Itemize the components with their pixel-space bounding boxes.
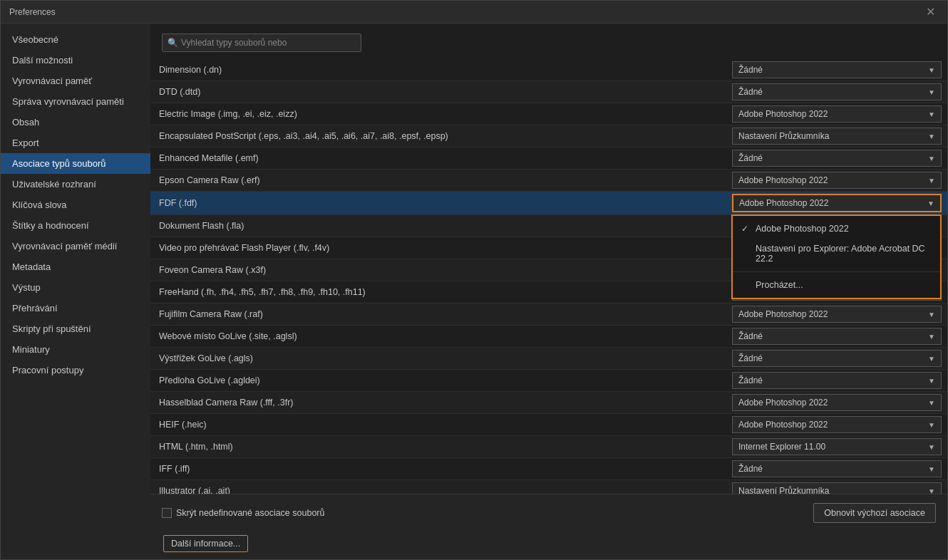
close-button[interactable]: ✕ [922, 4, 939, 21]
sidebar-item-klicova-slova[interactable]: Klíčová slova [1, 195, 150, 215]
file-type-name: Dimension (.dn) [150, 61, 726, 78]
file-type-value: Žádné▼ [726, 348, 947, 369]
sidebar-item-vyrovnavaci-pamet-medii[interactable]: Vyrovnávací paměť médií [1, 236, 150, 256]
app-dropdown-menu: ✓Adobe Photoshop 2022Nastavení pro Explo… [731, 214, 942, 299]
app-select-dropdown[interactable]: Žádné▼ [732, 83, 942, 100]
footer-left: Skrýt nedefinované asociace souborů [162, 508, 324, 518]
dropdown-option[interactable]: Nastavení pro Explorer: Adobe Acrobat DC… [733, 239, 940, 269]
app-select-value: Adobe Photoshop 2022 [738, 175, 828, 185]
check-icon: ✓ [741, 224, 753, 234]
file-type-name: Enhanced Metafile (.emf) [150, 150, 726, 167]
app-select-dropdown[interactable]: Adobe Photoshop 2022▼ [732, 394, 942, 411]
table-row[interactable]: HTML (.htm, .html)Internet Explorer 11.0… [150, 436, 947, 458]
app-select-dropdown[interactable]: Žádné▼ [732, 150, 942, 167]
table-row[interactable]: Enhanced Metafile (.emf)Žádné▼ [150, 147, 947, 170]
file-type-value: Adobe Photoshop 2022▼✓Adobe Photoshop 20… [726, 192, 947, 214]
sidebar-item-uzivatelske-rozhrani[interactable]: Uživatelské rozhraní [1, 174, 150, 195]
table-row[interactable]: Hasselblad Camera Raw (.fff, .3fr)Adobe … [150, 392, 947, 414]
app-select-value: Internet Explorer 11.00 [738, 442, 825, 452]
reset-associations-button[interactable]: Obnovit výchozí asociace [813, 503, 936, 523]
file-type-value: Adobe Photoshop 2022▼ [726, 103, 947, 125]
app-select-dropdown[interactable]: Adobe Photoshop 2022▼ [732, 306, 942, 323]
search-input[interactable] [162, 33, 361, 52]
file-type-name: Encapsulated PostScript (.eps, .ai3, .ai… [150, 128, 726, 145]
chevron-down-icon: ▼ [928, 465, 935, 473]
sidebar-item-asociace-typu-souboru[interactable]: Asociace typů souborů [1, 153, 150, 174]
file-type-value: Žádné▼ [726, 147, 947, 169]
app-select-dropdown[interactable]: Adobe Photoshop 2022▼ [732, 172, 942, 189]
app-select-dropdown[interactable]: Adobe Photoshop 2022▼ [732, 194, 942, 212]
table-row[interactable]: Dimension (.dn)Žádné▼ [150, 59, 947, 81]
table-row[interactable]: Epson Camera Raw (.erf)Adobe Photoshop 2… [150, 170, 947, 192]
sidebar-item-vseobecne[interactable]: Všeobecné [1, 29, 150, 50]
app-select-value: Adobe Photoshop 2022 [739, 198, 828, 208]
link-row: Další informace... [1, 531, 947, 559]
file-type-name: Webové místo GoLive (.site, .aglsl) [150, 328, 726, 345]
file-type-name: Dokument Flash (.fla) [150, 217, 726, 234]
browse-option[interactable]: Procházet... [733, 275, 940, 295]
table-row[interactable]: Electric Image (.img, .ei, .eiz, .eizz)A… [150, 103, 947, 125]
sidebar-item-pracovni-postupy[interactable]: Pracovní postupy [1, 360, 150, 380]
chevron-down-icon: ▼ [928, 377, 935, 385]
table-row[interactable]: DTD (.dtd)Žádné▼ [150, 81, 947, 103]
sidebar-item-sprava-vyrovnavaci-pameti[interactable]: Správa vyrovnávací paměti [1, 91, 150, 112]
sidebar-item-export[interactable]: Export [1, 133, 150, 153]
file-type-value: Adobe Photoshop 2022▼ [726, 304, 947, 325]
app-select-value: Žádné [738, 464, 763, 474]
window-title: Preferences [9, 7, 56, 17]
sidebar-item-vyrovnavaci-pamet[interactable]: Vyrovnávací paměť [1, 71, 150, 91]
checkbox-label: Skrýt nedefinované asociace souborů [176, 508, 324, 518]
table-row[interactable]: Webové místo GoLive (.site, .aglsl)Žádné… [150, 326, 947, 348]
table-row[interactable]: Výstřižek GoLive (.agls)Žádné▼ [150, 348, 947, 370]
file-type-value: Adobe Photoshop 2022▼ [726, 414, 947, 435]
file-type-name: Výstřižek GoLive (.agls) [150, 350, 726, 367]
app-select-value: Adobe Photoshop 2022 [738, 420, 828, 430]
checkbox[interactable] [162, 508, 172, 518]
app-select-value: Nastavení Průzkumníka [738, 131, 829, 141]
app-select-value: Nastavení Průzkumníka [738, 486, 829, 494]
dropdown-option[interactable]: ✓Adobe Photoshop 2022 [733, 219, 940, 239]
table-row[interactable]: HEIF (.heic)Adobe Photoshop 2022▼ [150, 414, 947, 436]
sidebar-item-stitky-a-hodnoceni[interactable]: Štítky a hodnocení [1, 215, 150, 236]
file-type-value: Žádné▼ [726, 59, 947, 81]
app-select-dropdown[interactable]: Adobe Photoshop 2022▼ [732, 416, 942, 433]
app-select-value: Žádné [738, 87, 763, 97]
app-select-value: Žádné [738, 353, 763, 363]
search-bar: 🔍 [150, 24, 947, 59]
chevron-down-icon: ▼ [928, 177, 935, 185]
app-select-dropdown[interactable]: Žádné▼ [732, 350, 942, 367]
app-select-dropdown[interactable]: Žádné▼ [732, 61, 942, 78]
sidebar-item-dalsi-moznosti[interactable]: Další možnosti [1, 50, 150, 71]
table-row[interactable]: Předloha GoLive (.agldei)Žádné▼ [150, 370, 947, 392]
sidebar-item-obsah[interactable]: Obsah [1, 112, 150, 133]
content-area: VšeobecnéDalší možnostiVyrovnávací paměť… [1, 24, 947, 531]
sidebar-item-skripty-pri-spusteni[interactable]: Skripty při spuštění [1, 318, 150, 339]
file-type-name: Illustrator (.ai, .ait) [150, 482, 726, 494]
app-select-value: Žádné [738, 153, 763, 163]
sidebar-item-prehravani[interactable]: Přehrávání [1, 298, 150, 318]
table-row[interactable]: Fujifilm Camera Raw (.raf)Adobe Photosho… [150, 304, 947, 326]
file-type-name: DTD (.dtd) [150, 83, 726, 100]
app-select-dropdown[interactable]: Adobe Photoshop 2022▼ [732, 105, 942, 123]
sidebar-item-metadata[interactable]: Metadata [1, 256, 150, 277]
search-wrapper: 🔍 [162, 33, 361, 52]
chevron-down-icon: ▼ [928, 155, 935, 162]
app-select-dropdown[interactable]: Nastavení Průzkumníka▼ [732, 128, 942, 145]
more-info-button[interactable]: Další informace... [163, 535, 248, 552]
sidebar-item-miniatury[interactable]: Miniatury [1, 339, 150, 360]
table-row[interactable]: FDF (.fdf)Adobe Photoshop 2022▼✓Adobe Ph… [150, 192, 947, 215]
table-row[interactable]: IFF (.iff)Žádné▼ [150, 458, 947, 480]
sidebar-item-vystup[interactable]: Výstup [1, 277, 150, 298]
file-type-name: Předloha GoLive (.agldei) [150, 372, 726, 389]
table-row[interactable]: Encapsulated PostScript (.eps, .ai3, .ai… [150, 125, 947, 147]
hide-undefined-checkbox[interactable]: Skrýt nedefinované asociace souborů [162, 508, 324, 518]
chevron-down-icon: ▼ [928, 133, 935, 140]
chevron-down-icon: ▼ [928, 443, 935, 451]
app-select-dropdown[interactable]: Internet Explorer 11.00▼ [732, 438, 942, 455]
app-select-dropdown[interactable]: Žádné▼ [732, 372, 942, 389]
app-select-dropdown[interactable]: Nastavení Průzkumníka▼ [732, 482, 942, 494]
app-select-dropdown[interactable]: Žádné▼ [732, 328, 942, 345]
app-select-dropdown[interactable]: Žádné▼ [732, 460, 942, 477]
table-row[interactable]: Illustrator (.ai, .ait)Nastavení Průzkum… [150, 480, 947, 494]
file-type-value: Žádné▼ [726, 370, 947, 391]
